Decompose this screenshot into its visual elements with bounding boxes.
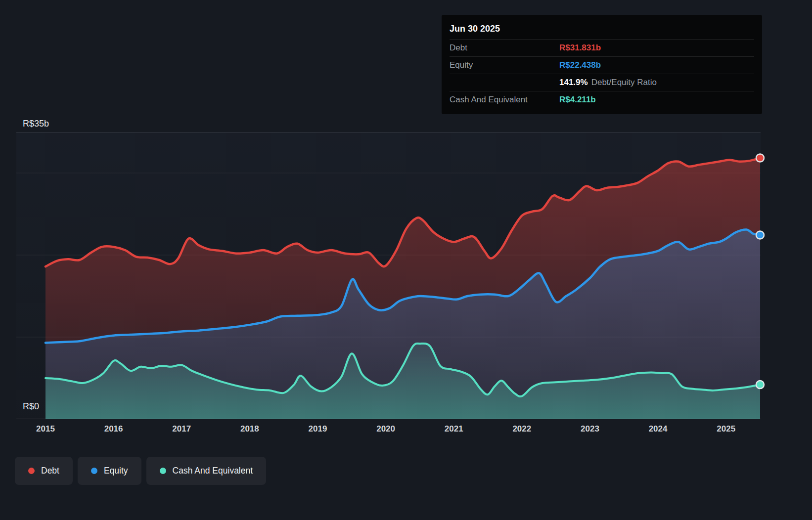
- data-tooltip: Jun 30 2025 Debt R$31.831b Equity R$22.4…: [442, 15, 762, 114]
- legend-label-debt: Debt: [41, 466, 59, 476]
- tooltip-equity-value: R$22.438b: [559, 60, 601, 70]
- x-axis-label: 2018: [240, 424, 259, 434]
- legend-label-equity: Equity: [104, 466, 128, 476]
- chart-canvas: [16, 132, 761, 419]
- equity-dot-icon: [91, 468, 97, 474]
- tooltip-date: Jun 30 2025: [450, 20, 754, 39]
- equity-end-marker: [756, 231, 764, 239]
- x-axis-label: 2017: [172, 424, 191, 434]
- tooltip-cash-value: R$4.211b: [559, 95, 596, 105]
- debt-dot-icon: [28, 468, 35, 474]
- chart-plot-area[interactable]: [16, 132, 761, 419]
- x-axis: 2015201620172018201920202021202220232024…: [0, 423, 812, 437]
- x-axis-label: 2024: [649, 424, 668, 434]
- tooltip-ratio: 141.9%Debt/Equity Ratio: [559, 78, 657, 87]
- x-axis-label: 2023: [581, 424, 599, 434]
- x-axis-label: 2021: [445, 424, 463, 434]
- debt-end-marker: [756, 154, 764, 162]
- x-axis-label: 2022: [512, 424, 531, 434]
- legend-item-equity[interactable]: Equity: [78, 457, 141, 485]
- tooltip-debt-row: Debt R$31.831b: [450, 39, 754, 56]
- y-axis-label-top: R$35b: [23, 119, 49, 129]
- debt-equity-history-chart-page: { "tooltip": { "date": "Jun 30 2025", "d…: [0, 0, 812, 520]
- legend-label-cash: Cash And Equivalent: [173, 466, 253, 476]
- x-axis-label: 2016: [104, 424, 123, 434]
- cash-dot-icon: [160, 468, 166, 474]
- tooltip-ratio-label: Debt/Equity Ratio: [591, 78, 657, 87]
- tooltip-equity-row: Equity R$22.438b: [450, 56, 754, 74]
- tooltip-debt-value: R$31.831b: [559, 43, 601, 53]
- tooltip-cash-row: Cash And Equivalent R$4.211b: [450, 91, 754, 108]
- tooltip-debt-label: Debt: [450, 43, 559, 53]
- legend-item-cash[interactable]: Cash And Equivalent: [146, 457, 266, 485]
- tooltip-ratio-value: 141.9%: [559, 78, 588, 87]
- x-axis-label: 2015: [36, 424, 55, 434]
- x-axis-label: 2020: [376, 424, 395, 434]
- cash-and-equivalent-end-marker: [756, 381, 764, 389]
- chart-legend: Debt Equity Cash And Equivalent: [15, 457, 266, 485]
- x-axis-label: 2025: [717, 424, 735, 434]
- legend-item-debt[interactable]: Debt: [15, 457, 73, 485]
- x-axis-label: 2019: [309, 424, 327, 434]
- tooltip-cash-label: Cash And Equivalent: [450, 95, 559, 105]
- tooltip-equity-label: Equity: [450, 60, 559, 70]
- tooltip-ratio-row: 141.9%Debt/Equity Ratio: [450, 74, 754, 91]
